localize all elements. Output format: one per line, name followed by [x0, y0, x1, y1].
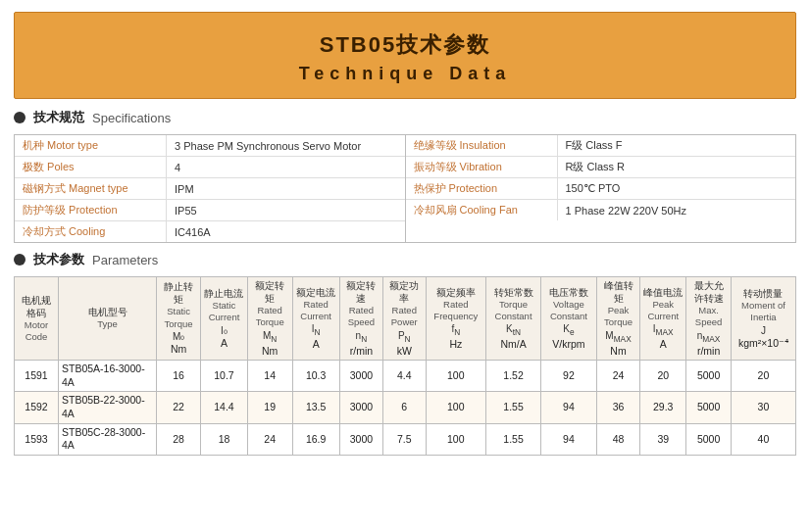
spec-fan-value: 1 Phase 22W 220V 50Hz — [558, 202, 796, 219]
th-peak-torque: 峰值转矩Peak TorqueMMAXNm — [596, 277, 639, 361]
cell-value: 3000 — [339, 423, 382, 455]
th-torque-const: 转矩常数Torque ConstantKtNNm/A — [486, 277, 541, 361]
cell-value: 19 — [247, 392, 292, 423]
spec-protection-row: 防护等级 Protection IP55 — [15, 200, 405, 221]
spec-poles-label: 极数 Poles — [15, 157, 167, 177]
spec-poles-value: 4 — [167, 159, 405, 176]
header-title-en: Technique Data — [25, 64, 785, 84]
cell-value: 1.52 — [486, 361, 541, 392]
cell-value: 48 — [596, 423, 639, 455]
params-label-en: Parameters — [92, 253, 158, 267]
th-inertia: 转动惯量Moment of InertiaJkgm²×10⁻⁴ — [731, 277, 795, 361]
spec-cooling-row: 冷却方式 Cooling IC416A — [15, 221, 405, 242]
th-rated-speed: 额定转速Rated SpeednNr/min — [339, 277, 382, 361]
specs-left: 机种 Motor type 3 Phase PM Synchronous Ser… — [15, 135, 405, 242]
spec-motor-type-row: 机种 Motor type 3 Phase PM Synchronous Ser… — [15, 135, 405, 157]
specs-label-cn: 技术规范 — [33, 109, 84, 126]
th-peak-current: 峰值电流Peak CurrentIMAXA — [640, 277, 686, 361]
th-rated-power: 额定功率Rated PowerPNkW — [382, 277, 426, 361]
cell-value: 20 — [731, 361, 795, 392]
spec-insulation-row: 绝缘等级 Insulation F级 Class F — [406, 135, 796, 157]
specs-table: 机种 Motor type 3 Phase PM Synchronous Ser… — [14, 134, 796, 243]
cell-value: 3000 — [339, 361, 382, 392]
table-row: 1591STB05A-16-3000-4A1610.71410.330004.4… — [15, 361, 796, 392]
cell-value: 6 — [382, 392, 426, 423]
header: STB05技术参数 Technique Data — [14, 12, 796, 99]
cell-value: 100 — [426, 361, 486, 392]
specs-section-title: 技术规范 Specifications — [14, 109, 796, 126]
specs-label-en: Specifications — [92, 111, 171, 125]
cell-value: 5000 — [686, 423, 732, 455]
cell-value: 18 — [201, 423, 248, 455]
cell-value: 22 — [157, 392, 201, 423]
cell-motor-type: STB05B-22-3000-4A — [59, 392, 157, 423]
cell-value: 13.5 — [292, 392, 339, 423]
spec-protection-value: IP55 — [167, 202, 405, 219]
th-motor-type: 电机型号 Type — [59, 277, 157, 361]
cell-value: 24 — [596, 361, 639, 392]
th-static-current: 静止电流Static CurrentI₀A — [201, 277, 248, 361]
spec-vibration-label: 振动等级 Vibration — [406, 157, 558, 177]
cell-value: 4.4 — [382, 361, 426, 392]
spec-thermal-value: 150℃ PTO — [558, 179, 796, 198]
cell-value: 7.5 — [382, 423, 426, 455]
cell-value: 40 — [731, 423, 795, 455]
spec-magnet-value: IPM — [167, 180, 405, 198]
th-max-speed: 最大允许转速Max. SpeednMAXr/min — [686, 277, 732, 361]
cell-value: 5000 — [686, 392, 732, 423]
cell-value: 29.3 — [640, 392, 686, 423]
cell-value: 10.7 — [201, 361, 248, 392]
th-voltage-const: 电压常数Voltage ConstantKeV/krpm — [541, 277, 597, 361]
params-table: 电机规格码 Motor Code 电机型号 Type 静止转矩Static To… — [14, 276, 796, 456]
params-label-cn: 技术参数 — [33, 251, 84, 268]
cell-value: 39 — [640, 423, 686, 455]
cell-value: 14 — [247, 361, 292, 392]
cell-value: 24 — [247, 423, 292, 455]
spec-thermal-row: 热保护 Protection 150℃ PTO — [406, 178, 796, 200]
cell-value: 94 — [541, 392, 597, 423]
table-header-row-1: 电机规格码 Motor Code 电机型号 Type 静止转矩Static To… — [15, 277, 796, 361]
cell-value: 28 — [157, 423, 201, 455]
spec-insulation-label: 绝缘等级 Insulation — [406, 135, 558, 156]
cell-value: 20 — [640, 361, 686, 392]
cell-motor-code: 1591 — [15, 361, 59, 392]
cell-value: 1.55 — [486, 423, 541, 455]
cell-motor-type: STB05C-28-3000-4A — [59, 423, 157, 455]
spec-insulation-value: F级 Class F — [558, 135, 796, 156]
cell-value: 14.4 — [201, 392, 248, 423]
params-section: 技术参数 Parameters 电机规格码 Motor Code 电机型号 Ty… — [14, 251, 796, 456]
spec-fan-row: 冷却风扇 Cooling Fan 1 Phase 22W 220V 50Hz — [406, 200, 796, 220]
spec-fan-label: 冷却风扇 Cooling Fan — [406, 200, 558, 220]
spec-thermal-label: 热保护 Protection — [406, 178, 558, 199]
spec-magnet-label: 磁钢方式 Magnet type — [15, 178, 167, 199]
cell-value: 1.55 — [486, 392, 541, 423]
cell-value: 36 — [596, 392, 639, 423]
cell-value: 16 — [157, 361, 201, 392]
cell-value: 92 — [541, 361, 597, 392]
th-rated-freq: 额定频率Rated FrequencyfNHz — [426, 277, 486, 361]
spec-protection-label: 防护等级 Protection — [15, 200, 167, 220]
cell-value: 100 — [426, 423, 486, 455]
table-row: 1593STB05C-28-3000-4A28182416.930007.510… — [15, 423, 796, 455]
cell-motor-type: STB05A-16-3000-4A — [59, 361, 157, 392]
cell-value: 5000 — [686, 361, 732, 392]
header-title-cn: STB05技术参数 — [25, 30, 785, 60]
cell-value: 3000 — [339, 392, 382, 423]
spec-poles-row: 极数 Poles 4 — [15, 157, 405, 178]
spec-cooling-value: IC416A — [167, 223, 405, 241]
spec-cooling-label: 冷却方式 Cooling — [15, 221, 167, 242]
spec-motor-type-label: 机种 Motor type — [15, 135, 167, 156]
th-rated-torque: 额定转矩Rated TorqueMNNm — [247, 277, 292, 361]
spec-magnet-row: 磁钢方式 Magnet type IPM — [15, 178, 405, 200]
params-section-title: 技术参数 Parameters — [14, 251, 796, 268]
cell-value: 30 — [731, 392, 795, 423]
cell-motor-code: 1592 — [15, 392, 59, 423]
cell-value: 16.9 — [292, 423, 339, 455]
specs-section: 技术规范 Specifications 机种 Motor type 3 Phas… — [14, 109, 796, 243]
specs-bullet — [14, 112, 25, 123]
params-bullet — [14, 254, 25, 266]
cell-value: 100 — [426, 392, 486, 423]
table-row: 1592STB05B-22-3000-4A2214.41913.53000610… — [15, 392, 796, 423]
th-motor-code: 电机规格码 Motor Code — [15, 277, 59, 361]
cell-value: 10.3 — [292, 361, 339, 392]
